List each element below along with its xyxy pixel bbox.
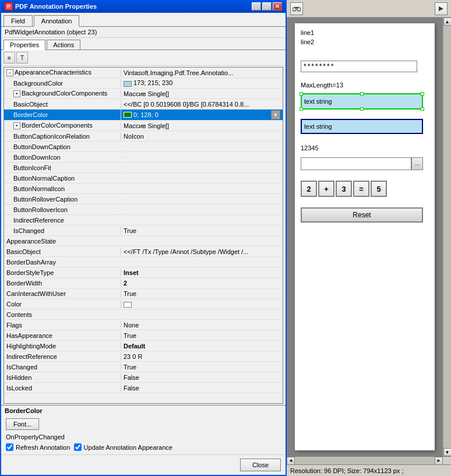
handle-tr	[421, 92, 424, 96]
handle-tc	[360, 92, 364, 96]
prop-value: <</BC [0 0.5019608 0]/BG [0.6784314 0.8.…	[121, 100, 283, 108]
refresh-checkbox-label: Refresh Annotation	[6, 443, 71, 451]
prop-name: +BackgroundColorComponents	[4, 89, 121, 98]
file-browse-button[interactable]: ...	[411, 157, 423, 170]
prop-name: BasicObject	[4, 100, 121, 108]
svg-rect-2	[296, 7, 298, 8]
prop-value	[121, 167, 283, 168]
table-row: IsChanged True	[4, 225, 283, 236]
binoculars-button[interactable]	[290, 2, 303, 15]
prop-value	[121, 178, 283, 179]
prop-value: True	[121, 332, 283, 340]
right-panel: line1 line2 ******** MaxLength=13	[287, 0, 451, 476]
tab-properties[interactable]: Properties	[3, 40, 45, 50]
expand-icon[interactable]: +	[13, 90, 20, 97]
refresh-checkbox[interactable]	[6, 443, 13, 451]
close-button[interactable]: Close	[240, 459, 281, 471]
title-area: P PDF Annotation Properties	[5, 2, 97, 10]
table-row: BorderDashArray	[4, 257, 283, 267]
scroll-left-arrow[interactable]: ◄	[287, 457, 295, 465]
prop-name: Color	[4, 300, 121, 308]
property-status: BorderColor	[1, 405, 286, 416]
table-row: +BorderColorComponents Массив Single[]	[4, 121, 283, 131]
pdf-page: line1 line2 ******** MaxLength=13	[295, 23, 435, 450]
prop-value: None	[121, 321, 283, 329]
prop-name: HasAppearance	[4, 332, 121, 340]
right-scrollbar: ▲ ▼	[443, 17, 451, 456]
prop-name: ButtonDownCaption	[4, 143, 121, 151]
table-row: +BackgroundColorComponents Массив Single…	[4, 89, 283, 99]
pdf-line2: line2	[301, 38, 314, 45]
scroll-down-arrow[interactable]: ▼	[443, 448, 452, 456]
table-row: AppearanceState	[4, 236, 283, 246]
prop-name: ButtonNormalCaption	[4, 174, 121, 182]
hscroll-track[interactable]	[295, 457, 435, 464]
refresh-label: Refresh Annotation	[16, 444, 71, 451]
dropdown-arrow[interactable]: ▼	[271, 110, 280, 119]
handle-bc	[360, 107, 364, 111]
scroll-right-arrow[interactable]: ►	[435, 457, 443, 465]
table-row: IndirectReference 23 0 R	[4, 351, 283, 362]
prop-name: BorderStyleType	[4, 269, 121, 277]
table-row: IsHidden False	[4, 372, 283, 383]
list-view-button[interactable]: ≡	[3, 52, 15, 64]
prop-value: 0; 128; 0 ▼	[121, 110, 283, 120]
prop-value: Inset	[121, 269, 283, 277]
prop-value: True	[121, 290, 283, 298]
status-bar: Resolution: 96 DPI; Size: 794x1123 px ;	[287, 464, 451, 476]
svg-point-1	[297, 8, 301, 11]
pdf-text-field2[interactable]: text string	[301, 119, 423, 134]
file-input-box[interactable]	[301, 157, 411, 170]
calc-plus[interactable]: +	[318, 181, 334, 197]
table-row: HighlightingMode Default	[4, 341, 283, 351]
calc-result[interactable]: 5	[371, 181, 387, 197]
pdf-calc-row: 2 + 3 = 5	[301, 181, 387, 197]
arrow-button[interactable]	[435, 2, 448, 15]
reset-label: Reset	[353, 211, 371, 219]
table-row: CanInteractWithUser True	[4, 288, 283, 299]
scroll-up-arrow[interactable]: ▲	[443, 17, 452, 26]
scroll-corner	[443, 457, 451, 465]
table-row: −AppearanceCharacteristics Vintasoft.Ima…	[4, 68, 283, 78]
table-row: BasicObject <</FT /Tx /Type /Annot /Subt…	[4, 246, 283, 257]
calc-num1[interactable]: 2	[301, 181, 317, 197]
color-swatch	[124, 81, 132, 87]
expand-icon[interactable]: −	[6, 69, 13, 76]
table-row: ButtonRolloverCaption	[4, 194, 283, 204]
prop-name: IsLocked	[4, 384, 121, 392]
font-button[interactable]: Font...	[6, 418, 39, 430]
prop-name: −AppearanceCharacteristics	[4, 68, 121, 77]
minimize-button[interactable]: _	[252, 2, 261, 10]
prop-value: 23 0 R	[121, 352, 283, 361]
prop-value: 173; 215; 230	[121, 79, 283, 87]
prop-name: AppearanceState	[4, 237, 121, 245]
prop-name: HighlightingMode	[4, 342, 121, 350]
prop-value	[121, 262, 283, 263]
table-row[interactable]: BorderColor 0; 128; 0 ▼	[4, 110, 283, 121]
pdf-reset-button[interactable]: Reset	[301, 207, 423, 223]
detail-view-button[interactable]: T	[16, 52, 28, 64]
maximize-button[interactable]: □	[262, 2, 272, 10]
scroll-track[interactable]	[443, 26, 451, 448]
prop-value	[121, 188, 283, 189]
prop-name: ButtonCaptionIconRelation	[4, 132, 121, 140]
table-row: IsLocked False	[4, 383, 283, 393]
tab-actions[interactable]: Actions	[47, 40, 80, 50]
expand-icon[interactable]: +	[13, 122, 20, 129]
prop-value	[121, 199, 283, 200]
table-row: ButtonRolloverIcon	[4, 204, 283, 215]
calc-equals[interactable]: =	[353, 181, 369, 197]
calc-num2[interactable]: 3	[336, 181, 352, 197]
prop-value	[121, 157, 283, 158]
pdf-viewport: line1 line2 ******** MaxLength=13	[287, 17, 451, 456]
prop-value: <</FT /Tx /Type /Annot /Subtype /Widget …	[121, 248, 283, 256]
update-checkbox[interactable]	[74, 443, 82, 451]
prop-name: ButtonNormalIcon	[4, 185, 121, 193]
window-close-button[interactable]: ✕	[273, 2, 282, 10]
properties-list: −AppearanceCharacteristics Vintasoft.Ima…	[4, 68, 283, 403]
tab-annotation[interactable]: Annotation	[34, 15, 80, 27]
tab-field[interactable]: Field	[3, 15, 33, 26]
prop-name: BorderDashArray	[4, 258, 121, 266]
pdf-selected-text-field[interactable]: text string	[301, 93, 423, 110]
prop-name: IndirectReference	[4, 216, 121, 224]
